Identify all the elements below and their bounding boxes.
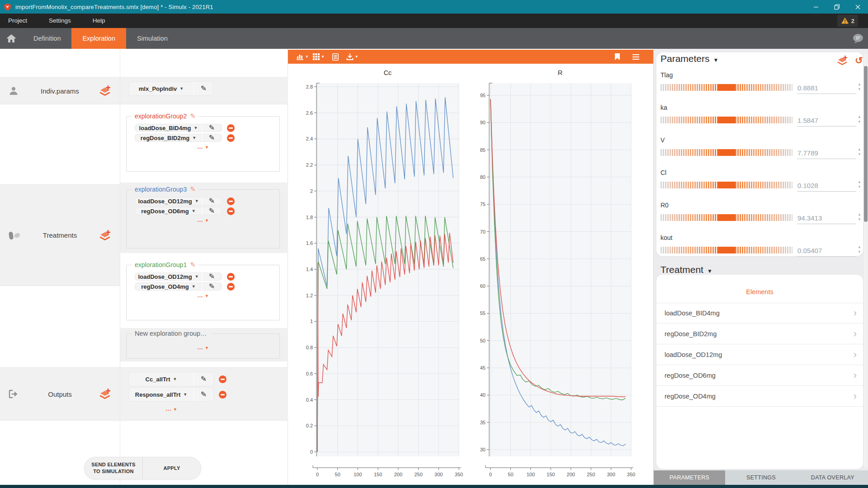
slider-handle[interactable] [718,247,735,253]
treatment-dropdown[interactable]: loadDose_OD12mg▼ [135,197,202,205]
tab-data-overlay[interactable]: DATA OVERLAY [797,470,868,485]
treatment-dropdown[interactable]: regDose_BID2mg▼ [135,134,202,142]
menu-settings[interactable]: Settings [38,14,82,28]
parameter-value-input[interactable]: 7.7789 [797,149,818,157]
home-button[interactable] [0,28,23,49]
scrollbar-thumb[interactable] [864,66,868,222]
tab-definition[interactable]: Definition [23,28,71,49]
add-parameter-element-button[interactable] [837,55,849,66]
spinner-down[interactable]: ▼ [858,250,861,254]
output-dropdown[interactable]: Cc_allTrt▼ [128,372,193,386]
spinner-down[interactable]: ▼ [858,185,861,189]
treatment-edit-button[interactable]: ✎ [202,197,222,205]
spinner-up[interactable]: ▲ [858,245,861,249]
treatment-element-row[interactable]: regDose_OD4mg› [656,386,863,407]
treatment-edit-button[interactable]: ✎ [202,282,222,291]
output-edit-button[interactable]: ✎ [193,387,214,402]
remove-treatment-button[interactable] [227,273,235,281]
treatment-element-row[interactable]: loadDose_OD12mg› [656,344,863,365]
tab-exploration[interactable]: Exploration [71,28,126,49]
remove-treatment-button[interactable] [227,283,235,291]
parameter-value-input[interactable]: 1.5847 [797,117,818,124]
spinner-up[interactable]: ▲ [858,148,861,151]
spinner-down[interactable]: ▼ [858,88,861,91]
add-treatment-button[interactable] [98,230,112,241]
output-edit-button[interactable]: ✎ [193,372,214,386]
spinner-down[interactable]: ▼ [858,120,861,124]
remove-treatment-button[interactable] [227,197,235,205]
parameter-slider[interactable] [660,214,793,221]
treatment-elements-list: loadDose_BID4mg› regDose_BID2mg› loadDos… [656,303,863,407]
parameter-value-input[interactable]: 0.1028 [797,182,818,189]
restore-button[interactable] [826,0,847,14]
rename-group-icon[interactable]: ✎ [190,185,196,193]
output-dropdown[interactable]: Response_allTrt▼ [128,387,193,402]
reset-parameters-button[interactable]: ↺ [855,56,863,65]
remove-treatment-button[interactable] [227,124,235,132]
exploration-charts[interactable]: 00.20.40.60.811.21.41.61.822.22.42.62.80… [288,49,653,485]
parameter-value-input[interactable]: 0.05407 [797,247,822,254]
slider-handle[interactable] [718,214,735,221]
new-group-more-dropdown[interactable]: …▼ [130,344,276,353]
minimize-button[interactable] [806,0,826,14]
apply-button[interactable]: APPLY [142,457,201,479]
spinner-down[interactable]: ▼ [858,218,861,221]
treatment-element-row[interactable]: regDose_BID2mg› [656,324,863,344]
group-more-dropdown[interactable]: …▼ [130,292,276,301]
treatment-edit-button[interactable]: ✎ [202,272,222,281]
close-button[interactable] [847,0,868,14]
spinner-up[interactable]: ▲ [858,83,861,86]
spinner-down[interactable]: ▼ [858,153,861,156]
spinner-up[interactable]: ▲ [858,115,861,119]
model-selector-dropdown[interactable]: mlx_PopIndiv▼ [128,81,193,96]
remove-treatment-button[interactable] [227,207,235,215]
warnings-badge[interactable]: 2 [837,15,858,27]
outputs-more-dropdown[interactable]: …▼ [128,406,214,415]
tab-settings[interactable]: SETTINGS [725,470,797,485]
treatment-edit-button[interactable]: ✎ [202,124,222,132]
add-output-button[interactable] [98,388,112,400]
rename-group-icon[interactable]: ✎ [190,261,196,269]
treatment-element-row[interactable]: loadDose_BID4mg› [656,303,863,324]
group-more-dropdown[interactable]: …▼ [130,144,276,153]
slider-handle[interactable] [718,149,735,156]
slider-handle[interactable] [718,182,735,188]
treatment-header[interactable]: Treatment▼ [660,264,712,275]
rename-group-icon[interactable]: ✎ [190,112,196,120]
svg-text:65: 65 [480,256,486,262]
parameter-slider[interactable] [660,84,793,91]
group-more-dropdown[interactable]: …▼ [130,217,276,226]
slider-handle[interactable] [718,117,735,123]
parameter-slider[interactable] [660,247,793,253]
tab-simulation[interactable]: Simulation [126,28,179,49]
send-to-simulation-button[interactable]: SEND ELEMENTS TO SIMULATION [85,457,142,479]
parameter-value-input[interactable]: 94.3413 [797,214,822,222]
parameter-slider[interactable] [660,149,793,156]
remove-output-button[interactable] [219,391,226,399]
slider-handle[interactable] [718,84,735,91]
remove-treatment-button[interactable] [227,134,235,142]
pencil-icon: ✎ [209,273,215,280]
remove-output-button[interactable] [219,375,226,383]
tab-parameters[interactable]: PARAMETERS [654,470,725,485]
parameter-slider[interactable] [660,182,793,188]
treatment-dropdown[interactable]: loadDose_BID4mg▼ [135,124,202,132]
caret-down-icon: ▼ [195,274,199,279]
menu-help[interactable]: Help [82,14,116,28]
spinner-up[interactable]: ▲ [858,180,861,184]
parameter-value-input[interactable]: 0.8881 [797,84,818,92]
parameter-slider[interactable] [660,117,793,123]
add-indiv-param-button[interactable] [98,85,112,97]
treatment-element-row[interactable]: regDose_OD6mg› [656,365,863,386]
treatment-dropdown[interactable]: regDose_OD6mg▼ [135,207,202,215]
feedback-button[interactable] [852,32,864,45]
treatment-edit-button[interactable]: ✎ [202,207,222,215]
treatment-dropdown[interactable]: regDose_OD4mg▼ [135,282,202,291]
right-panel-scrollbar[interactable] [864,53,868,468]
spinner-up[interactable]: ▲ [858,213,861,216]
treatment-dropdown[interactable]: loadDose_OD12mg▼ [135,272,202,281]
treatment-edit-button[interactable]: ✎ [202,134,222,142]
menu-project[interactable]: Project [0,14,38,28]
parameters-header[interactable]: Parameters▼ [660,53,718,64]
model-edit-button[interactable]: ✎ [193,81,214,96]
